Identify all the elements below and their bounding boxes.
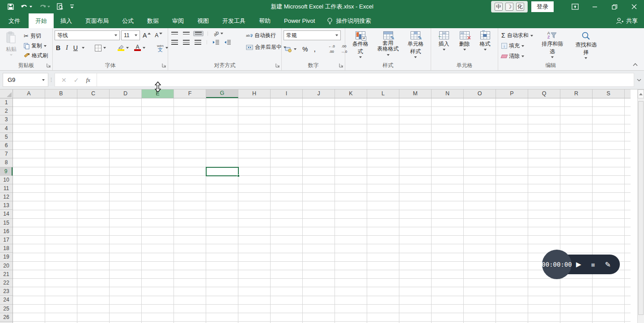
sort-filter-caret[interactable] [551, 56, 554, 58]
column-header-G[interactable]: G [206, 89, 238, 98]
insert-cells-button[interactable]: ← 插入 [434, 30, 454, 51]
name-box[interactable]: G9 [3, 73, 48, 87]
clear-caret[interactable] [521, 55, 524, 57]
ime-mode-icon[interactable]: 中 [495, 3, 503, 11]
italic-button[interactable]: I [64, 44, 69, 52]
format-cells-caret[interactable] [484, 49, 487, 51]
column-header-J[interactable]: J [303, 89, 335, 98]
row-header-4[interactable]: 4 [0, 124, 13, 133]
print-preview-icon[interactable] [56, 3, 64, 10]
number-format-select[interactable]: 常规 [284, 30, 341, 40]
font-family-select[interactable]: 等线 [55, 30, 120, 40]
fill-color-button[interactable] [116, 44, 130, 51]
phonetic-guide-button[interactable]: wén 文 [156, 44, 169, 52]
cell-styles-button[interactable]: ✎ 单元格样式 [402, 30, 429, 59]
row-header-3[interactable]: 3 [0, 115, 13, 124]
row-header-10[interactable]: 10 [0, 176, 13, 184]
row-header-26[interactable]: 26 [0, 313, 13, 322]
comma-style-button[interactable]: , [312, 45, 317, 54]
column-header-Q[interactable]: Q [528, 89, 560, 98]
recorder-timer[interactable]: 00:00:00 [542, 250, 572, 279]
column-header-S[interactable]: S [593, 89, 625, 98]
tab-formulas[interactable]: 公式 [115, 13, 140, 28]
wrap-text-button[interactable]: ab 自动换行 [245, 31, 288, 40]
undo-button[interactable] [21, 4, 32, 10]
column-header-R[interactable]: R [560, 89, 593, 98]
insert-cells-caret[interactable] [443, 49, 445, 51]
column-header-P[interactable]: P [496, 89, 528, 98]
restore-button[interactable] [605, 0, 624, 13]
tab-developer[interactable]: 开发工具 [216, 13, 252, 28]
row-header-23[interactable]: 23 [0, 287, 13, 296]
column-header-M[interactable]: M [399, 89, 432, 98]
increase-indent-button[interactable] [223, 39, 232, 45]
column-header-partial[interactable] [625, 89, 631, 98]
tab-view[interactable]: 视图 [191, 13, 216, 28]
row-header-18[interactable]: 18 [0, 244, 13, 253]
formula-bar-splitter[interactable]: ⋮ [48, 71, 55, 89]
autosum-button[interactable]: Σ 自动求和 [500, 31, 534, 40]
scroll-up-button[interactable] [638, 89, 644, 98]
row-header-24[interactable]: 24 [0, 296, 13, 304]
row-header-5[interactable]: 5 [0, 133, 13, 141]
row-header-2[interactable]: 2 [0, 107, 13, 115]
top-align-button[interactable] [170, 31, 179, 36]
decrease-indent-button[interactable] [211, 39, 220, 45]
row-header-22[interactable]: 22 [0, 279, 13, 287]
collapse-ribbon-button[interactable] [633, 61, 638, 68]
copy-button[interactable]: 复制 [22, 42, 49, 50]
row-header-6[interactable]: 6 [0, 141, 13, 150]
clear-button[interactable]: 清除 [500, 52, 534, 60]
tab-power-pivot[interactable]: Power Pivot [277, 13, 322, 28]
font-dialog-launcher[interactable] [162, 63, 166, 69]
tab-page-layout[interactable]: 页面布局 [79, 13, 115, 28]
column-header-K[interactable]: K [335, 89, 367, 98]
sort-filter-button[interactable]: AZ 排序和筛选 [537, 30, 568, 60]
row-header-21[interactable]: 21 [0, 270, 13, 279]
percent-style-button[interactable]: % [301, 45, 309, 53]
row-header-25[interactable]: 25 [0, 305, 13, 313]
fill-color-dropdown-caret[interactable] [126, 47, 129, 49]
row-header-16[interactable]: 16 [0, 227, 13, 236]
tab-review[interactable]: 审阅 [165, 13, 191, 28]
active-cell-G9[interactable] [206, 167, 239, 176]
sign-in-button[interactable]: 登录 [531, 1, 554, 12]
format-as-table-button[interactable]: ✎ 套用表格格式 [374, 30, 402, 59]
column-header-B[interactable]: B [45, 89, 77, 98]
find-select-caret[interactable] [585, 57, 587, 59]
borders-dropdown-caret[interactable] [103, 47, 106, 49]
cut-button[interactable]: ✂ 剪切 [22, 32, 49, 40]
column-header-F[interactable]: F [174, 89, 206, 98]
row-header-7[interactable]: 7 [0, 150, 13, 158]
row-header-15[interactable]: 15 [0, 219, 13, 227]
ime-language-bar[interactable]: 中 ☽ 化 [491, 1, 528, 13]
conditional-formatting-button[interactable]: ≠ 条件格式 [347, 30, 374, 59]
autosum-caret[interactable] [530, 35, 533, 37]
row-header-12[interactable]: 12 [0, 193, 13, 201]
row-header-20[interactable]: 20 [0, 262, 13, 270]
increase-decimal-button[interactable]: ←.0.00 [327, 44, 336, 54]
column-header-A[interactable]: A [13, 89, 45, 98]
stop-icon[interactable]: ■ [591, 261, 595, 268]
minimize-button[interactable] [585, 0, 605, 13]
fill-button[interactable]: ↓ 填充 [500, 42, 534, 50]
column-header-L[interactable]: L [367, 89, 399, 98]
row-header-19[interactable]: 19 [0, 253, 13, 261]
delete-cells-caret[interactable] [463, 49, 466, 51]
name-box-caret[interactable] [42, 79, 45, 81]
vertical-scrollbar[interactable] [637, 89, 644, 323]
font-color-button[interactable]: A [133, 44, 147, 51]
copy-dropdown-caret[interactable] [44, 45, 47, 47]
bottom-align-button[interactable] [193, 31, 203, 36]
ime-halfwidth-icon[interactable]: ☽ [505, 3, 513, 11]
align-center-button[interactable] [182, 39, 191, 45]
row-header-13[interactable]: 13 [0, 201, 13, 210]
number-dialog-launcher[interactable] [339, 63, 343, 69]
tab-file[interactable]: 文件 [0, 13, 29, 28]
orientation-dropdown-caret[interactable] [220, 33, 223, 34]
conditional-formatting-caret[interactable] [359, 56, 362, 58]
format-painter-button[interactable]: 格式刷 [22, 51, 49, 60]
play-icon[interactable]: ▶ [576, 260, 581, 268]
formula-input[interactable] [97, 73, 634, 87]
accounting-dropdown-caret[interactable] [294, 48, 297, 50]
